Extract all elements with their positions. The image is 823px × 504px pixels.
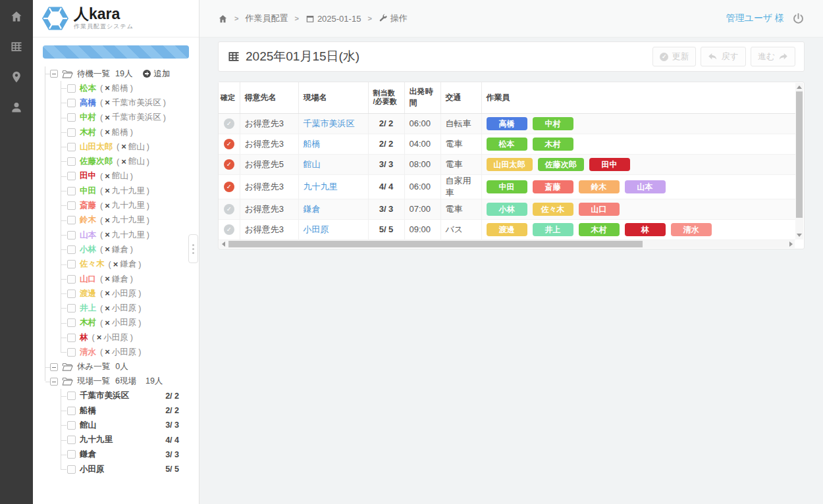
- member-checkbox[interactable]: [67, 260, 76, 268]
- member-name[interactable]: 中村: [80, 112, 96, 123]
- member-checkbox[interactable]: [67, 304, 76, 313]
- update-button[interactable]: 更新: [652, 47, 696, 66]
- vertical-scrollbar[interactable]: [795, 83, 803, 239]
- worker-badge[interactable]: 斎藤: [533, 180, 573, 193]
- member-checkbox[interactable]: [67, 143, 76, 151]
- member-checkbox[interactable]: [67, 201, 76, 210]
- member-checkbox[interactable]: [67, 290, 76, 298]
- collapse-toggle-icon[interactable]: [50, 70, 58, 78]
- table-icon[interactable]: [9, 39, 24, 54]
- member-name[interactable]: 山口: [80, 274, 96, 285]
- member-checkbox[interactable]: [67, 216, 76, 224]
- site-checkbox[interactable]: [67, 391, 76, 400]
- member-name[interactable]: 佐々木: [80, 259, 105, 270]
- worker-badge[interactable]: 高橋: [487, 117, 527, 130]
- scroll-left-arrow[interactable]: [219, 240, 227, 248]
- site-link[interactable]: 館山: [304, 159, 321, 169]
- member-name[interactable]: 清水: [80, 347, 96, 358]
- worker-badge[interactable]: 清水: [671, 223, 712, 236]
- map-pin-icon[interactable]: [9, 70, 24, 84]
- member-checkbox[interactable]: [67, 84, 76, 93]
- worker-badge[interactable]: 山田太郎: [487, 158, 533, 171]
- member-name[interactable]: 鈴木: [80, 214, 96, 226]
- site-name[interactable]: 鎌倉: [80, 449, 96, 460]
- group-label[interactable]: 休み一覧: [77, 361, 110, 372]
- redo-button[interactable]: 進む: [751, 47, 795, 66]
- member-name[interactable]: 松本: [80, 83, 96, 94]
- member-checkbox[interactable]: [67, 231, 76, 239]
- worker-badge[interactable]: 小林: [487, 203, 527, 216]
- confirm-status-icon[interactable]: [224, 224, 234, 235]
- worker-badge[interactable]: 佐々木: [533, 203, 573, 216]
- member-name[interactable]: 佐藤次郎: [80, 156, 113, 167]
- user-name[interactable]: 管理ユーザ 様: [726, 13, 784, 24]
- member-checkbox[interactable]: [67, 318, 76, 327]
- site-checkbox[interactable]: [67, 436, 76, 444]
- member-name[interactable]: 山本: [80, 230, 96, 241]
- member-name[interactable]: 木村: [80, 127, 96, 138]
- worker-badge[interactable]: 山口: [579, 203, 620, 216]
- undo-button[interactable]: 戻す: [701, 47, 745, 66]
- breadcrumb-item-date[interactable]: 2025-01-15: [305, 14, 361, 24]
- confirm-status-icon[interactable]: [224, 204, 234, 214]
- member-name[interactable]: 井上: [80, 303, 96, 314]
- member-checkbox[interactable]: [67, 348, 76, 357]
- horizontal-scroll-thumb[interactable]: [228, 241, 643, 247]
- worker-badge[interactable]: 渡邊: [487, 223, 527, 236]
- worker-badge[interactable]: 木村: [579, 223, 620, 236]
- site-link[interactable]: 小田原: [304, 224, 329, 234]
- member-checkbox[interactable]: [67, 187, 76, 195]
- site-name[interactable]: 九十九里: [80, 434, 113, 445]
- site-checkbox[interactable]: [67, 407, 76, 415]
- vertical-scroll-thumb[interactable]: [796, 91, 803, 218]
- site-link[interactable]: 九十九里: [304, 182, 338, 191]
- worker-badge[interactable]: 中村: [533, 117, 573, 130]
- site-checkbox[interactable]: [67, 450, 76, 459]
- worker-badge[interactable]: 井上: [533, 223, 573, 236]
- worker-badge[interactable]: 田中: [589, 158, 630, 171]
- member-checkbox[interactable]: [67, 157, 76, 166]
- site-name[interactable]: 小田原: [80, 464, 105, 475]
- site-name[interactable]: 千葉市美浜区: [80, 390, 129, 401]
- worker-badge[interactable]: 中田: [487, 180, 527, 193]
- scroll-down-arrow[interactable]: [795, 232, 803, 239]
- site-name[interactable]: 船橋: [80, 405, 96, 416]
- worker-badge[interactable]: 松本: [487, 138, 527, 151]
- breadcrumb-item-placement[interactable]: 作業員配置: [245, 13, 288, 24]
- group-label[interactable]: 現場一覧: [77, 376, 110, 387]
- member-name[interactable]: 中田: [80, 186, 96, 197]
- group-label[interactable]: 待機一覧: [77, 68, 110, 80]
- worker-badge[interactable]: 木村: [533, 138, 573, 151]
- site-checkbox[interactable]: [67, 465, 76, 474]
- collapse-toggle-icon[interactable]: [50, 378, 58, 386]
- confirm-status-icon[interactable]: [224, 182, 234, 192]
- confirm-status-icon[interactable]: [224, 159, 234, 170]
- breadcrumb-item-operate[interactable]: 操作: [379, 13, 408, 24]
- scroll-up-arrow[interactable]: [795, 83, 803, 91]
- site-name[interactable]: 館山: [80, 420, 96, 431]
- home-icon[interactable]: [9, 9, 24, 24]
- member-name[interactable]: 高橋: [80, 97, 96, 109]
- member-name[interactable]: 木村: [80, 317, 96, 328]
- worker-badge[interactable]: 佐藤次郎: [538, 158, 584, 171]
- site-link[interactable]: 船橋: [304, 139, 321, 149]
- confirm-status-icon[interactable]: [224, 139, 234, 149]
- power-icon[interactable]: [792, 13, 805, 25]
- member-checkbox[interactable]: [67, 99, 76, 107]
- member-checkbox[interactable]: [67, 245, 76, 254]
- member-name[interactable]: 渡邊: [80, 288, 96, 299]
- member-name[interactable]: 山田太郎: [80, 141, 113, 153]
- add-worker-button[interactable]: 追加: [143, 68, 170, 80]
- member-checkbox[interactable]: [67, 334, 76, 342]
- member-name[interactable]: 小林: [80, 244, 96, 255]
- worker-badge[interactable]: 鈴木: [579, 180, 620, 193]
- member-name[interactable]: 田中: [80, 170, 96, 182]
- collapse-toggle-icon[interactable]: [50, 363, 58, 371]
- horizontal-scrollbar[interactable]: [219, 240, 795, 248]
- member-checkbox[interactable]: [67, 275, 76, 284]
- site-link[interactable]: 鎌倉: [304, 204, 321, 214]
- member-name[interactable]: 林: [80, 332, 88, 343]
- breadcrumb-home-icon[interactable]: [218, 14, 228, 24]
- site-checkbox[interactable]: [67, 421, 76, 430]
- member-checkbox[interactable]: [67, 128, 76, 137]
